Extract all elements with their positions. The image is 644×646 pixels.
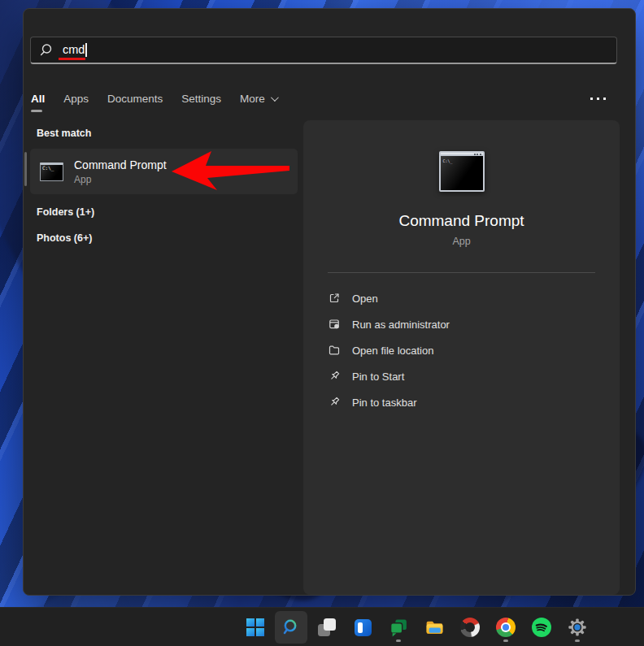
preview-pane: C:\_ Command Prompt App Open Run as admi… xyxy=(303,120,620,595)
running-indicator xyxy=(396,639,401,642)
best-match-item[interactable]: C:\_ Command Prompt App xyxy=(30,149,298,194)
search-icon xyxy=(39,43,53,57)
tab-all[interactable]: All xyxy=(30,93,46,105)
chevron-down-icon xyxy=(271,93,279,102)
action-pin-to-taskbar[interactable]: Pin to taskbar xyxy=(318,389,605,415)
scrollbar-thumb[interactable] xyxy=(24,152,27,186)
taskbar-start-button[interactable] xyxy=(239,611,272,644)
running-indicator xyxy=(575,639,580,642)
action-pin-to-taskbar-label: Pin to taskbar xyxy=(352,397,417,409)
admin-icon xyxy=(328,318,341,331)
taskbar-ring-app-button[interactable] xyxy=(454,611,486,644)
tab-settings-label: Settings xyxy=(181,93,221,105)
taskbar-search-button[interactable] xyxy=(275,611,307,644)
action-list: Open Run as administrator Open file loca… xyxy=(303,285,620,415)
search-input[interactable]: cmd xyxy=(30,37,617,64)
ring-app-icon xyxy=(460,618,480,637)
taskbar-items xyxy=(239,611,594,644)
more-options-button[interactable] xyxy=(590,98,606,100)
taskbar-widgets-button[interactable] xyxy=(346,611,379,644)
taskbar-chrome-button[interactable] xyxy=(490,611,522,644)
chrome-icon xyxy=(496,618,516,637)
chat-icon xyxy=(389,618,409,638)
action-open-file-location[interactable]: Open file location xyxy=(318,337,605,363)
action-run-as-administrator-label: Run as administrator xyxy=(352,319,450,331)
best-match-header: Best match xyxy=(37,128,91,139)
tab-all-label: All xyxy=(31,93,45,105)
pin-icon xyxy=(328,370,341,383)
group-photos[interactable]: Photos (6+) xyxy=(37,232,92,244)
group-folders[interactable]: Folders (1+) xyxy=(37,206,94,218)
file-explorer-icon xyxy=(424,618,445,638)
active-tab-indicator xyxy=(31,110,42,112)
best-match-subtitle: App xyxy=(74,174,167,185)
action-open[interactable]: Open xyxy=(318,285,605,311)
search-filter-tabs: All Apps Documents Settings More xyxy=(30,88,629,109)
windows-start-icon xyxy=(246,618,264,636)
action-pin-to-start[interactable]: Pin to Start xyxy=(318,363,605,389)
action-pin-to-start-label: Pin to Start xyxy=(352,371,404,383)
command-prompt-icon-large: C:\_ xyxy=(439,151,485,192)
cmd-icon-text: C:\_ xyxy=(443,158,453,163)
taskbar-settings-button[interactable] xyxy=(561,611,594,644)
action-run-as-administrator[interactable]: Run as administrator xyxy=(318,311,605,337)
tab-documents[interactable]: Documents xyxy=(107,93,163,105)
taskbar-spotify-button[interactable] xyxy=(525,611,558,644)
command-prompt-icon: C:\_ xyxy=(40,163,63,181)
folder-icon xyxy=(328,344,341,357)
search-taskbar-icon xyxy=(281,618,301,637)
spotify-icon xyxy=(532,618,551,637)
cmd-icon-titlebar xyxy=(441,153,483,156)
tab-more-label: More xyxy=(240,93,265,105)
best-match-title: Command Prompt xyxy=(74,158,167,171)
cmd-icon-text: C:\_ xyxy=(42,165,54,171)
preview-subtitle: App xyxy=(452,236,470,247)
task-view-icon xyxy=(317,618,337,637)
taskbar xyxy=(0,607,644,646)
search-query-text: cmd xyxy=(63,44,85,56)
open-icon xyxy=(328,292,341,305)
pin-icon xyxy=(328,396,341,409)
tab-more[interactable]: More xyxy=(239,93,277,105)
action-open-label: Open xyxy=(352,293,378,305)
tab-apps-label: Apps xyxy=(63,93,89,105)
running-indicator xyxy=(503,639,508,642)
tab-settings[interactable]: Settings xyxy=(181,93,222,105)
taskbar-file-explorer-button[interactable] xyxy=(418,611,450,644)
taskbar-task-view-button[interactable] xyxy=(311,611,343,644)
action-open-file-location-label: Open file location xyxy=(352,345,433,357)
taskbar-chat-button[interactable] xyxy=(382,611,415,644)
preview-title: Command Prompt xyxy=(398,212,524,230)
settings-gear-icon xyxy=(567,617,588,638)
search-flyout: cmd All Apps Documents Settings More Bes… xyxy=(23,8,636,596)
tab-documents-label: Documents xyxy=(107,93,163,105)
widgets-icon xyxy=(355,619,372,636)
divider xyxy=(328,272,595,273)
text-caret xyxy=(85,43,87,57)
tab-apps[interactable]: Apps xyxy=(63,93,89,105)
